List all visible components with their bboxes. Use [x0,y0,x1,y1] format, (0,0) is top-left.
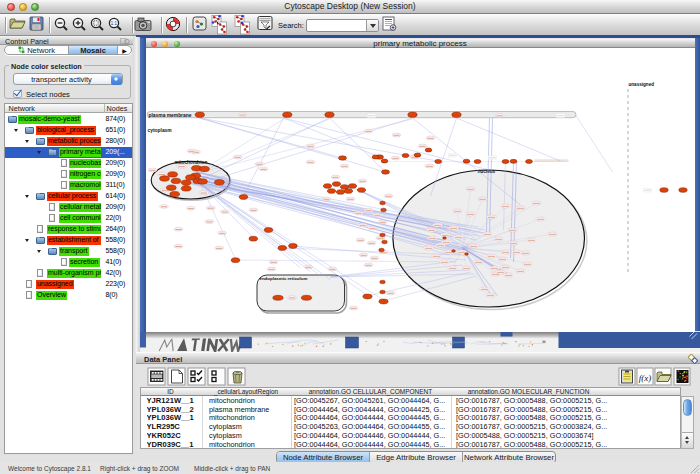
svg-text:1:1: 1:1 [111,21,118,26]
svg-text:plasma membrane: plasma membrane [148,113,191,118]
svg-text:nucleus: nucleus [477,169,495,174]
svg-text:endoplasmic reticulum: endoplasmic reticulum [259,276,307,281]
svg-text:mitochondrion: mitochondrion [174,160,207,165]
svg-text:unassigned: unassigned [628,82,654,87]
svg-text:cytoplasm: cytoplasm [147,128,172,133]
svg-text:f(x): f(x) [639,373,652,383]
